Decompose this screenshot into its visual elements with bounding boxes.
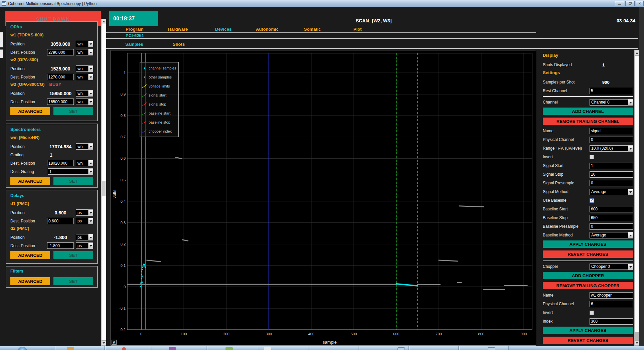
maximize-button[interactable]	[625, 1, 635, 6]
baseline-presample-input[interactable]	[590, 223, 633, 230]
motor-name: w2 (OPA-800)	[10, 57, 93, 64]
signal-start-input[interactable]	[590, 163, 633, 169]
channel-select[interactable]: Channel 0	[590, 99, 633, 106]
tab-autonomic[interactable]: Autonomic	[256, 27, 279, 32]
tab-hardware[interactable]: Hardware	[168, 27, 188, 32]
units-select[interactable]: ps	[76, 234, 93, 240]
advanced-button[interactable]: ADVANCED	[10, 251, 50, 259]
dest-position-input[interactable]	[47, 49, 74, 55]
taskbar-app-button[interactable]	[152, 346, 206, 350]
units-select[interactable]: wn	[76, 160, 93, 166]
baseline-presample-row: Baseline Presample	[543, 223, 633, 230]
advanced-button[interactable]: ADVANCED	[10, 107, 50, 115]
minimize-button[interactable]	[615, 1, 624, 6]
svg-text:400: 400	[308, 332, 314, 336]
tab-samples[interactable]: Samples	[125, 42, 143, 47]
taskbar[interactable]	[0, 346, 644, 350]
chopper-physical-channel-input[interactable]	[590, 301, 633, 307]
scroll-up-button[interactable]	[102, 19, 106, 24]
scroll-down-button[interactable]	[102, 340, 106, 345]
chevron-down-icon	[88, 169, 93, 174]
scroll-up-button[interactable]	[635, 50, 639, 55]
busy-badge: BUSY	[49, 82, 61, 87]
units-select[interactable]: wn	[76, 41, 93, 47]
scrollbar-thumb[interactable]	[635, 56, 639, 332]
set-button[interactable]: SET	[53, 251, 93, 259]
right-scrollbar[interactable]	[634, 50, 639, 346]
dest-position-input[interactable]	[47, 218, 74, 224]
set-button[interactable]: SET	[53, 107, 93, 115]
tab-shots[interactable]: Shots	[173, 42, 185, 47]
chopper-apply-changes-button[interactable]: APPLY CHANGES	[543, 327, 633, 334]
close-button[interactable]: ✕	[636, 1, 644, 6]
set-button[interactable]: SET	[53, 177, 93, 185]
remove-trailing-chopper-button[interactable]: REMOVE TRAILING CHOPPER	[543, 282, 633, 289]
chopper-select[interactable]: Chopper 0	[590, 264, 633, 270]
chopper-name-input[interactable]	[590, 292, 633, 299]
tab-plot[interactable]: Plot	[353, 27, 362, 32]
taskbar-app-button[interactable]	[105, 346, 151, 350]
units-select[interactable]: wn	[76, 90, 93, 97]
units-select[interactable]: wn	[76, 99, 93, 105]
app-icon	[264, 347, 271, 350]
motor-name: w1 (TOPAS-800)	[10, 32, 93, 39]
remove-trailing-channel-button[interactable]: REMOVE TRAILING CHANNEL	[543, 118, 633, 125]
apply-changes-button[interactable]: APPLY CHANGES	[543, 240, 633, 248]
left-scrollbar[interactable]	[101, 19, 106, 346]
taskbar-app-button[interactable]	[459, 346, 509, 350]
rest-channel-input[interactable]	[590, 88, 633, 94]
tab-pci-6251[interactable]: PCI-6251	[126, 33, 144, 38]
svg-text:0.5: 0.5	[121, 178, 126, 182]
svg-text:0.8: 0.8	[121, 114, 126, 118]
units-select[interactable]: wn	[76, 49, 93, 55]
chevron-down-icon	[88, 74, 93, 80]
taskbar-app-button[interactable]	[55, 346, 105, 350]
tab-somatic[interactable]: Somatic	[304, 27, 321, 32]
signal-stop-input[interactable]	[590, 171, 633, 178]
units-select[interactable]: ps	[76, 218, 93, 224]
dest-position-input[interactable]	[47, 99, 74, 105]
units-select[interactable]: ps	[76, 242, 93, 249]
add-chopper-button[interactable]: ADD CHOPPER	[543, 272, 633, 279]
baseline-method-select[interactable]: Average	[590, 232, 633, 238]
add-channel-button[interactable]: ADD CHANNEL	[543, 108, 633, 115]
start-orb-icon[interactable]	[17, 347, 27, 350]
units-select[interactable]: wn	[76, 74, 93, 80]
invert-checkbox[interactable]	[590, 155, 594, 159]
autoscale-button[interactable]: A	[112, 340, 117, 345]
use-baseline-checkbox[interactable]	[590, 198, 594, 203]
physical-channel-input[interactable]	[590, 137, 633, 143]
tab-devices[interactable]: Devices	[215, 27, 231, 32]
tab-program[interactable]: Program	[126, 27, 143, 32]
baseline-start-input[interactable]	[590, 206, 633, 212]
scrollbar-thumb[interactable]	[102, 181, 106, 196]
advanced-button[interactable]: ADVANCED	[10, 177, 50, 185]
advanced-button[interactable]: ADVANCED	[10, 277, 50, 285]
divider	[543, 96, 633, 97]
chopper-invert-checkbox[interactable]	[590, 311, 594, 315]
dest-position-input[interactable]	[47, 74, 74, 80]
svg-text:600: 600	[393, 332, 399, 336]
units-select[interactable]: ps	[76, 209, 93, 216]
chopper-index-input[interactable]	[590, 318, 633, 325]
taskbar-app-button[interactable]	[309, 346, 358, 350]
chopper-revert-changes-button[interactable]: REVERT CHANGES	[543, 337, 633, 344]
position-row: Position 0.600 ps	[10, 209, 93, 216]
signal-method-select[interactable]: Average	[590, 189, 633, 195]
dest-position-input[interactable]	[47, 242, 74, 249]
signal-presample-input[interactable]	[590, 180, 633, 186]
dest-position-row: Dest. Position wn	[10, 98, 93, 105]
scroll-down-button[interactable]	[635, 340, 639, 345]
range-select[interactable]: 10.0 (320.0)	[590, 145, 633, 152]
app-icon	[122, 347, 126, 350]
taskbar-app-button[interactable]	[409, 346, 459, 350]
units-select[interactable]: wn	[76, 143, 93, 150]
dest-grating-select[interactable]: 1	[48, 168, 93, 175]
dest-position-input[interactable]	[47, 160, 74, 166]
baseline-stop-input[interactable]	[590, 215, 633, 221]
channel-name-input[interactable]	[590, 128, 633, 134]
set-button[interactable]: SET	[53, 277, 93, 285]
revert-changes-button[interactable]: REVERT CHANGES	[543, 250, 633, 258]
units-select[interactable]: wn	[76, 65, 93, 72]
plot-legend[interactable]: channel samples other samples voltage li…	[140, 62, 179, 137]
